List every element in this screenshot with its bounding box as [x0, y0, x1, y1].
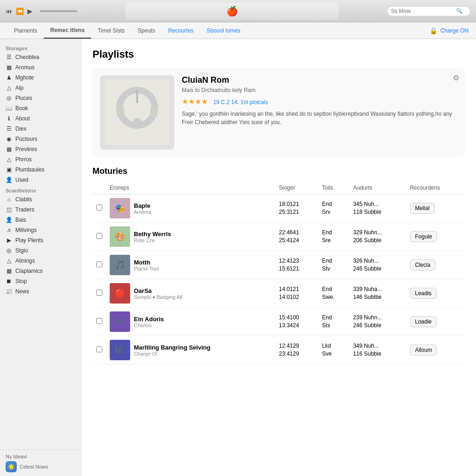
playlist-stars: ★★★★ 19 C.2 14. 1nl pioicals [182, 97, 457, 106]
sidebar-item-previires[interactable]: ▦ Previires [0, 144, 81, 154]
action-button-5[interactable]: Alloum [410, 344, 437, 356]
search-icon: 🔍 [456, 8, 463, 14]
playlist-image [100, 75, 174, 150]
row-action-2: Clecla [406, 251, 465, 279]
sidebar-item-phrros[interactable]: △ Phrros [0, 154, 81, 165]
sidebar-item-milivings[interactable]: ♬ Milivings [0, 225, 81, 235]
table-row: 🔴 OarSa Sumplu ♦ Badging All 14:012114:0… [93, 279, 465, 308]
row-dates-2: 12:412315:6121 [275, 251, 318, 279]
row-audits-4: 239 Nuhn...246 Subble [350, 308, 406, 336]
movie-thumb-inner-3: 🔴 [110, 283, 130, 304]
triangle2-icon: △ [6, 258, 12, 264]
sidebar-item-cheoblea[interactable]: ☰ Cheoblea [0, 52, 81, 62]
action-button-0[interactable]: Melial [410, 203, 435, 214]
row-checkbox-4[interactable] [96, 318, 102, 324]
lock-icon: 🔒 [430, 27, 437, 34]
sidebar-item-claplamics[interactable]: ▦ Claplamics [0, 266, 81, 276]
col-header-eroreps: Eroreps [106, 182, 275, 194]
playlist-meta: 19 C.2 14. 1nl pioicals [213, 99, 268, 106]
sidebar-item-playplents[interactable]: ▶ Play Plents [0, 235, 81, 245]
sidebar-label-stop: Stop [15, 278, 27, 284]
table-row: 🎭 Baple Arnlima 18:012125:3121 EndSrv 34… [93, 194, 465, 223]
row-dates-1: 22:464125:4124 [275, 223, 318, 251]
search-bar: 🔍 [387, 6, 470, 16]
row-check-2[interactable] [93, 251, 106, 279]
movies-table: Eroreps Sioger Toils Audurts Recourdens … [93, 182, 465, 364]
playlist-artwork [105, 80, 170, 145]
sidebar-item-stgio[interactable]: ◎ Stgio [0, 245, 81, 256]
sidebar-item-plumbaules[interactable]: ▣ Plumbaules [0, 165, 81, 175]
sidebar-label-milivings: Milivings [15, 227, 37, 233]
table-row: 🎶 Ein Adoris Charlos 15:410013:3424 EndS… [93, 308, 465, 336]
table-row: 🎵 Motth Piarsil Trict 12:412315:6121 End… [93, 251, 465, 279]
sidebar-label-cheoblea: Cheoblea [15, 54, 39, 60]
volume-slider[interactable] [40, 10, 77, 12]
row-audits-3: 339 Nuha...146 Subtbe [350, 279, 406, 308]
nav-item-speuts[interactable]: Speuts [131, 22, 161, 39]
sidebar-item-alinings[interactable]: △ Alinings [0, 256, 81, 266]
row-check-3[interactable] [93, 279, 106, 308]
nav-item-remec[interactable]: Remec itlens [44, 22, 91, 39]
col-header-sioger: Sioger [275, 182, 318, 194]
sidebar-item-about[interactable]: ℹ About [0, 113, 81, 124]
movie-name-group-4: Ein Adoris Charlos [134, 316, 164, 328]
app-icon: 🌟 [6, 461, 17, 472]
charge-button[interactable]: Charge ON [440, 27, 469, 34]
bottom-app[interactable]: 🌟 Celest Nows [6, 461, 76, 472]
search-input[interactable] [391, 8, 456, 14]
row-check-1[interactable] [93, 223, 106, 251]
sidebar-item-traders[interactable]: ◫ Traders [0, 205, 81, 215]
sidebar-item-diex[interactable]: ☰ Diex [0, 124, 81, 134]
sidebar-item-used[interactable]: 👤 Used [0, 175, 81, 185]
movie-name-group-5: Marltling Bangring Selving Charge Ol [134, 344, 211, 357]
row-check-0[interactable] [93, 194, 106, 223]
prev-button[interactable]: ⏪ [16, 7, 24, 15]
playlist-card: CluiaN Rom Mais to Drchiainuito kely Ram… [93, 68, 465, 157]
movie-name-group-0: Baple Arnlima [134, 202, 151, 215]
row-check-5[interactable] [93, 336, 106, 364]
action-button-2[interactable]: Clecla [410, 259, 436, 271]
sidebar-item-alp[interactable]: △ Alp [0, 83, 81, 93]
sidebar-item-pluces[interactable]: ◎ Pluces [0, 93, 81, 103]
music-icon: ♬ [6, 227, 12, 233]
action-button-1[interactable]: Fogule [410, 231, 437, 242]
col-check [93, 182, 106, 194]
action-button-3[interactable]: Leadis [410, 288, 436, 299]
sidebar-item-aromus[interactable]: ▦ Aromus [0, 62, 81, 73]
sidebar-label-clablis: Clablis [15, 196, 32, 203]
playlist-subtitle: Mais to Drchiainuito kely Ram [182, 87, 457, 93]
nav-item-sboool[interactable]: Sboool lomes [200, 22, 247, 39]
row-checkbox-0[interactable] [96, 205, 102, 211]
row-status-5: LkdSve [318, 336, 350, 364]
row-checkbox-3[interactable] [96, 290, 102, 296]
row-action-0: Melial [406, 194, 465, 223]
apple-icon: 🍎 [226, 6, 238, 17]
row-status-1: EndSre [318, 223, 350, 251]
action-button-4[interactable]: Loadie [410, 316, 437, 327]
row-checkbox-2[interactable] [96, 261, 102, 267]
gear-icon[interactable]: ⚙ [453, 73, 459, 82]
sidebar-item-book[interactable]: 📖 Book [0, 103, 81, 113]
row-checkbox-1[interactable] [96, 233, 102, 239]
sidebar-item-stop[interactable]: ⏹ Stop [0, 276, 81, 286]
col-header-toils: Toils [318, 182, 350, 194]
row-status-2: EndStv [318, 251, 350, 279]
movie-thumb-0: 🎭 [110, 198, 130, 218]
sidebar-item-clablis[interactable]: ⌂ Clablis [0, 194, 81, 205]
prev-prev-button[interactable]: ⏮ [6, 7, 12, 15]
play-button[interactable]: ▶ [27, 7, 33, 15]
movie-name-1: Bethy Werrls [134, 231, 171, 238]
nav-item-plaments[interactable]: Plaments [7, 22, 44, 39]
row-title-0: 🎭 Baple Arnlima [106, 194, 275, 223]
movie-title-cell-4: 🎶 Ein Adoris Charlos [110, 311, 271, 332]
nav-item-timel[interactable]: Timel Sists [91, 22, 131, 39]
row-check-4[interactable] [93, 308, 106, 336]
nav-item-recourtes[interactable]: Recourtes [162, 22, 200, 39]
row-checkbox-5[interactable] [96, 346, 102, 352]
sidebar-item-bais[interactable]: 👤 Bais [0, 215, 81, 225]
sidebar-item-mghote[interactable]: ♟ Mghote [0, 73, 81, 83]
sidebar-label-claplamics: Claplamics [15, 268, 43, 274]
sidebar-item-puctours[interactable]: ◉ Puctours [0, 134, 81, 144]
svg-point-5 [132, 118, 142, 127]
sidebar-item-news[interactable]: 📰 News [0, 286, 81, 297]
